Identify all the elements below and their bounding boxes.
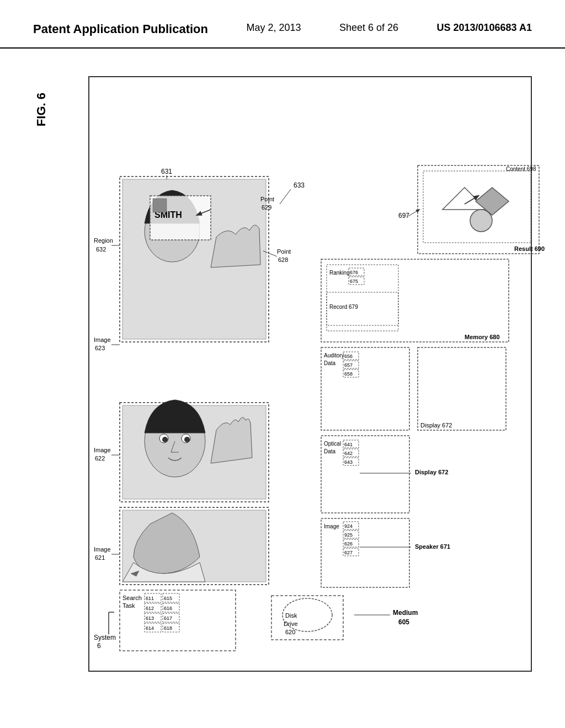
svg-text:Memory 680: Memory 680 [465, 334, 500, 340]
svg-text:675: 675 [350, 279, 358, 284]
svg-text:Result 690: Result 690 [514, 245, 545, 252]
svg-text:621: 621 [95, 554, 105, 561]
svg-text:Image: Image [94, 336, 111, 343]
figure-label: FIG. 6 [34, 93, 49, 126]
svg-text:Data: Data [324, 448, 336, 454]
svg-text:Image: Image [324, 523, 339, 529]
svg-text:641: 641 [344, 442, 353, 447]
svg-text:System: System [94, 634, 116, 641]
svg-text:Point: Point [277, 248, 291, 255]
svg-rect-114 [423, 171, 531, 243]
svg-text:627: 627 [344, 550, 353, 555]
svg-text:Display 672: Display 672 [420, 422, 452, 429]
page-header: Patent Application Publication May 2, 20… [0, 0, 565, 49]
svg-text:613: 613 [146, 615, 154, 621]
svg-text:Optical: Optical [324, 441, 341, 447]
svg-text:Display 672: Display 672 [415, 469, 449, 475]
svg-text:657: 657 [344, 362, 353, 368]
svg-line-64 [280, 189, 291, 204]
svg-text:676: 676 [350, 270, 358, 275]
svg-text:Record 679: Record 679 [329, 304, 358, 310]
svg-text:623: 623 [95, 345, 105, 351]
svg-text:626: 626 [344, 541, 353, 547]
svg-text:Content 698: Content 698 [506, 166, 536, 172]
publication-title: Patent Application Publication [33, 22, 208, 36]
svg-point-118 [470, 210, 492, 232]
svg-point-44 [162, 437, 168, 442]
svg-text:614: 614 [146, 625, 154, 631]
svg-text:615: 615 [164, 596, 172, 601]
svg-text:616: 616 [164, 606, 172, 611]
svg-text:Image: Image [94, 546, 111, 553]
outer-diagram-box: System 6 Search Task 611 612 613 614 615… [88, 76, 532, 672]
sheet-info: Sheet 6 of 26 [339, 22, 398, 34]
svg-text:Image: Image [94, 447, 111, 453]
svg-text:631: 631 [161, 168, 172, 175]
svg-text:924: 924 [344, 523, 353, 529]
svg-rect-57 [153, 199, 167, 212]
svg-text:618: 618 [164, 625, 172, 631]
svg-text:628: 628 [278, 256, 288, 263]
svg-text:Ranking: Ranking [329, 270, 350, 276]
svg-text:605: 605 [398, 618, 409, 626]
svg-text:Auditory: Auditory [324, 352, 344, 358]
svg-text:Search: Search [122, 595, 142, 601]
svg-text:Drive: Drive [284, 620, 298, 627]
publication-date: May 2, 2013 [246, 22, 301, 34]
svg-text:Data: Data [324, 360, 336, 366]
svg-text:633: 633 [294, 181, 305, 189]
svg-text:629: 629 [262, 204, 271, 211]
svg-text:620: 620 [285, 629, 295, 635]
svg-text:697: 697 [398, 212, 409, 220]
svg-text:Speaker 671: Speaker 671 [415, 543, 450, 550]
svg-point-45 [184, 437, 190, 442]
svg-rect-100 [418, 347, 506, 430]
svg-text:Task: Task [122, 602, 135, 609]
svg-text:658: 658 [344, 371, 353, 377]
svg-text:Point: Point [260, 196, 274, 202]
patent-number: US 2013/0106683 A1 [437, 22, 532, 34]
svg-text:Region: Region [94, 237, 113, 244]
svg-text:617: 617 [164, 615, 172, 621]
svg-text:656: 656 [344, 354, 353, 359]
svg-line-119 [465, 196, 478, 204]
svg-text:6: 6 [97, 642, 101, 650]
svg-text:643: 643 [344, 459, 353, 465]
svg-text:632: 632 [96, 246, 106, 253]
svg-rect-80 [321, 436, 409, 513]
svg-text:622: 622 [95, 455, 105, 462]
svg-text:642: 642 [344, 451, 353, 456]
svg-text:612: 612 [146, 606, 154, 611]
svg-text:611: 611 [146, 596, 154, 601]
figure-area: FIG. 6 System 6 Search Task 611 612 613 … [0, 49, 565, 688]
svg-text:925: 925 [344, 532, 353, 538]
svg-rect-23 [271, 596, 343, 640]
svg-text:Medium: Medium [393, 609, 418, 617]
svg-text:Disk: Disk [285, 612, 297, 619]
